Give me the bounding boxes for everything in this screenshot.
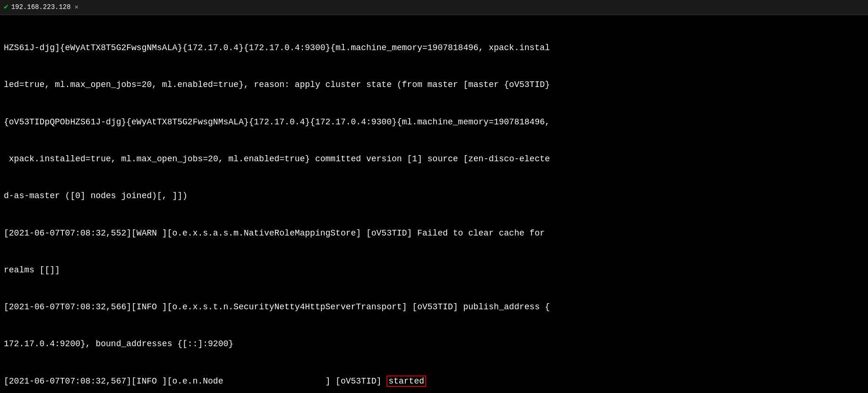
window-title: 192.168.223.128 <box>11 2 71 12</box>
log-line: realms [[]] <box>4 264 864 276</box>
log-line: {oV53TIDpQPObHZS61J-djg}{eWyAtTX8T5G2Fws… <box>4 116 864 128</box>
started-badge: started <box>387 376 426 387</box>
terminal-body: HZS61J-djg]{eWyAtTX8T5G2FwsgNMsALA}{172.… <box>0 15 868 393</box>
title-bar: ✔ 192.168.223.128 ✕ <box>0 0 868 15</box>
log-line: 172.17.0.4:9200}, bound_addresses {[::]:… <box>4 338 864 350</box>
checkmark-icon: ✔ <box>4 2 9 13</box>
log-line: [2021-06-07T07:08:32,566][INFO ][o.e.x.s… <box>4 301 864 313</box>
close-icon[interactable]: ✕ <box>75 2 78 12</box>
log-line: [2021-06-07T07:08:32,552][WARN ][o.e.x.s… <box>4 227 864 239</box>
log-line: xpack.installed=true, ml.max_open_jobs=2… <box>4 153 864 165</box>
log-line-started: [2021-06-07T07:08:32,567][INFO ][o.e.n.N… <box>4 375 864 387</box>
log-line: HZS61J-djg]{eWyAtTX8T5G2FwsgNMsALA}{172.… <box>4 42 864 54</box>
log-line: d-as-master ([0] nodes joined)[, ]]) <box>4 190 864 202</box>
log-line: led=true, ml.max_open_jobs=20, ml.enable… <box>4 79 864 91</box>
